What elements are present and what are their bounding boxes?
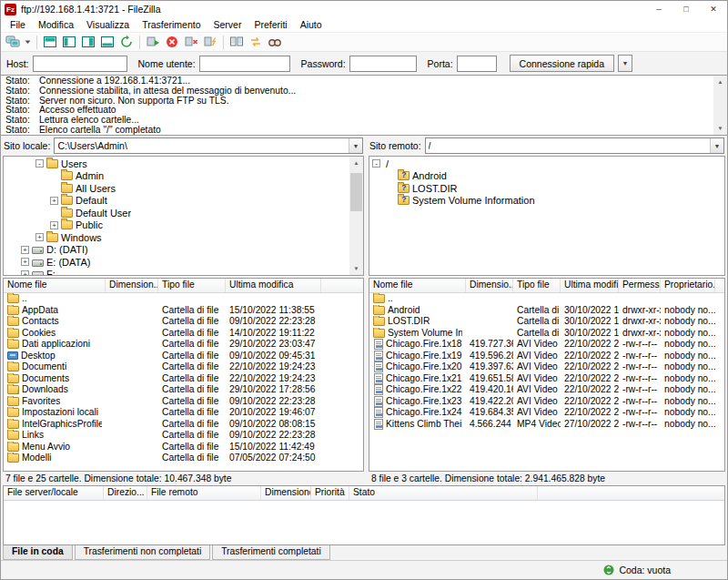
menu-item-modifica[interactable]: Modifica (32, 17, 80, 32)
column-header-dimension[interactable]: Dimension... (106, 279, 158, 292)
local-tree-scrollbar[interactable]: ▲ ▼ (349, 157, 363, 275)
local-file-row[interactable]: AppDataCartella di file15/10/2022 11:38:… (4, 305, 363, 317)
remote-file-row[interactable]: AndroidCartella di ...30/10/2022 17:...d… (369, 305, 724, 317)
refresh-icon[interactable] (117, 34, 136, 51)
column-header-permessi[interactable]: Permessi (619, 279, 661, 292)
tree-item-users[interactable]: -Users (4, 158, 349, 170)
find-files-icon[interactable] (266, 34, 284, 51)
site-manager-icon[interactable] (4, 34, 22, 51)
toggle-queue-icon[interactable] (98, 34, 116, 51)
remote-file-row[interactable]: .. (369, 293, 724, 305)
tree-item-windows[interactable]: +Windows (4, 231, 349, 244)
local-file-row[interactable]: Menu AvvioCartella di file15/10/2022 11:… (4, 442, 363, 453)
tree-item-public[interactable]: +Public (4, 219, 349, 232)
directory-compare-icon[interactable] (228, 34, 246, 51)
menu-item-file[interactable]: File (4, 17, 32, 32)
expand-icon[interactable]: + (50, 221, 58, 229)
scrollbar-thumb[interactable] (350, 173, 362, 211)
local-file-row[interactable]: Dati applicazioniCartella di file29/10/2… (4, 339, 363, 351)
remote-path-combo[interactable]: ▼ (425, 137, 724, 154)
close-button[interactable]: ✕ (700, 1, 727, 17)
column-header-file-remoto[interactable]: File remoto (147, 486, 261, 500)
remote-file-row[interactable]: System Volume Infor...Cartella di ...30/… (369, 328, 724, 340)
remote-file-row[interactable]: Kittens Climb Their M...4.566.244MP4 Vid… (369, 419, 724, 431)
expand-icon[interactable]: + (21, 270, 29, 276)
log-scrollbar[interactable]: ▲ ▼ (713, 76, 727, 135)
tree-item-admin[interactable]: +Admin (4, 170, 349, 183)
remote-file-row[interactable]: Chicago.Fire.1x24.Un...419.684.352AVI Vi… (369, 407, 724, 419)
remote-file-row[interactable]: Chicago.Fire.1x21.Rea...419.651.584AVI V… (369, 373, 724, 385)
column-header-proprietario[interactable]: Proprietario... (661, 279, 715, 292)
column-header-direzio[interactable]: Direzio... (104, 486, 147, 500)
menu-item-trasferimento[interactable]: Trasferimento (136, 17, 207, 32)
local-file-row[interactable]: FavoritesCartella di file09/10/2022 22:2… (4, 396, 363, 408)
local-file-row[interactable]: CookiesCartella di file14/10/2022 19:11:… (4, 328, 363, 340)
column-header-ultima-modifica[interactable]: Ultima modifica (561, 279, 619, 292)
tree-item-[interactable]: -/ (369, 158, 724, 170)
maximize-button[interactable]: □ (672, 1, 700, 17)
remote-file-row[interactable]: Chicago.Fire.1x20.Am...419.397.632AVI Vi… (369, 361, 724, 373)
host-input[interactable] (33, 56, 127, 72)
site-manager-dropdown-icon[interactable] (23, 34, 33, 51)
scroll-up-icon[interactable]: ▲ (349, 157, 363, 169)
column-header-priorit[interactable]: Priorità (311, 486, 349, 500)
tree-item-d-dati[interactable]: +D: (DATI) (4, 244, 349, 257)
expand-icon[interactable]: + (21, 258, 29, 266)
local-path-input[interactable] (55, 138, 349, 153)
column-header-tipo-file[interactable]: Tipo file (513, 279, 561, 292)
local-file-row[interactable]: DesktopCartella di file09/10/2022 09:45:… (4, 351, 363, 362)
sync-browsing-icon[interactable] (247, 34, 265, 51)
menu-item-preferiti[interactable]: Preferiti (248, 17, 293, 32)
tree-item-default[interactable]: +Default (4, 195, 349, 208)
tree-item-system-volume-information[interactable]: +System Volume Information (369, 195, 724, 208)
expand-icon[interactable]: + (21, 246, 29, 254)
remote-file-row[interactable]: Chicago.Fire.1x23.Un...419.422.208AVI Vi… (369, 396, 724, 408)
local-file-row[interactable]: ModelliCartella di file07/05/2022 07:24:… (4, 453, 363, 464)
scroll-down-icon[interactable]: ▼ (349, 262, 363, 275)
local-file-row[interactable]: Impostazioni localiCartella di file20/10… (4, 407, 363, 419)
local-file-row[interactable]: ContactsCartella di file09/10/2022 22:23… (4, 316, 363, 328)
process-queue-icon[interactable] (144, 34, 162, 51)
menu-item-server[interactable]: Server (207, 17, 248, 32)
local-file-row[interactable]: DocumentsCartella di file22/10/2022 19:2… (4, 373, 363, 385)
tree-item-default-user[interactable]: +Default User (4, 207, 349, 219)
tab-trasferimenti-completati[interactable]: Trasferimenti completati (212, 545, 330, 560)
tree-item-f[interactable]: +F: (4, 269, 349, 277)
port-input[interactable] (457, 56, 497, 72)
column-header-file-server-locale[interactable]: File server/locale (4, 486, 104, 500)
scrollbar-track[interactable] (349, 169, 363, 262)
column-header-nome-file[interactable]: Nome file (4, 279, 106, 292)
remote-file-row[interactable]: Chicago.Fire.1x22.In.P...419.420.160AVI … (369, 384, 724, 396)
tab-trasferimenti-non-completati[interactable]: Trasferimenti non completati (75, 545, 211, 560)
column-header-stato[interactable]: Stato (349, 486, 538, 500)
column-header-nome-file[interactable]: Nome file (369, 279, 466, 292)
tree-item-android[interactable]: +Android (369, 170, 724, 183)
local-file-row[interactable]: DownloadsCartella di file29/10/2022 17:2… (4, 384, 363, 396)
column-header-ultima-modifica[interactable]: Ultima modifica (226, 279, 321, 292)
toggle-local-tree-icon[interactable] (60, 34, 78, 51)
local-path-combo[interactable]: ▼ (54, 137, 363, 154)
column-header-tipo-file[interactable]: Tipo file (158, 279, 226, 292)
quickconnect-dropdown-button[interactable]: ▼ (618, 55, 632, 72)
password-input[interactable] (349, 56, 417, 72)
cancel-icon[interactable] (163, 34, 181, 51)
quickconnect-button[interactable]: Connessione rapida (510, 55, 614, 72)
scroll-down-icon[interactable]: ▼ (713, 122, 727, 135)
tree-item-lost-dir[interactable]: +LOST.DIR (369, 182, 724, 195)
reconnect-icon[interactable] (201, 34, 219, 51)
column-header-dimensione[interactable]: Dimensione (261, 486, 311, 500)
local-file-row[interactable]: IntelGraphicsProfilesCartella di file09/… (4, 419, 363, 431)
menu-item-aiuto[interactable]: Aiuto (294, 17, 329, 32)
scrollbar-track[interactable] (713, 88, 727, 122)
tab-file-in-coda[interactable]: File in coda (3, 545, 73, 560)
scroll-up-icon[interactable]: ▲ (713, 76, 727, 88)
column-header-dimensio[interactable]: Dimensio... (466, 279, 513, 292)
remote-file-row[interactable]: LOST.DIRCartella di ...30/10/2022 17:...… (369, 316, 724, 328)
local-path-dropdown-icon[interactable]: ▼ (349, 138, 362, 153)
remote-file-row[interactable]: Chicago.Fire.1x19.Un...419.596.288AVI Vi… (369, 351, 724, 362)
toggle-remote-tree-icon[interactable] (79, 34, 97, 51)
local-file-row[interactable]: LinksCartella di file09/10/2022 22:23:28 (4, 430, 363, 442)
disconnect-icon[interactable] (182, 34, 200, 51)
tree-item-e-data[interactable]: +E: (DATA) (4, 256, 349, 269)
collapse-icon[interactable]: - (372, 159, 380, 168)
